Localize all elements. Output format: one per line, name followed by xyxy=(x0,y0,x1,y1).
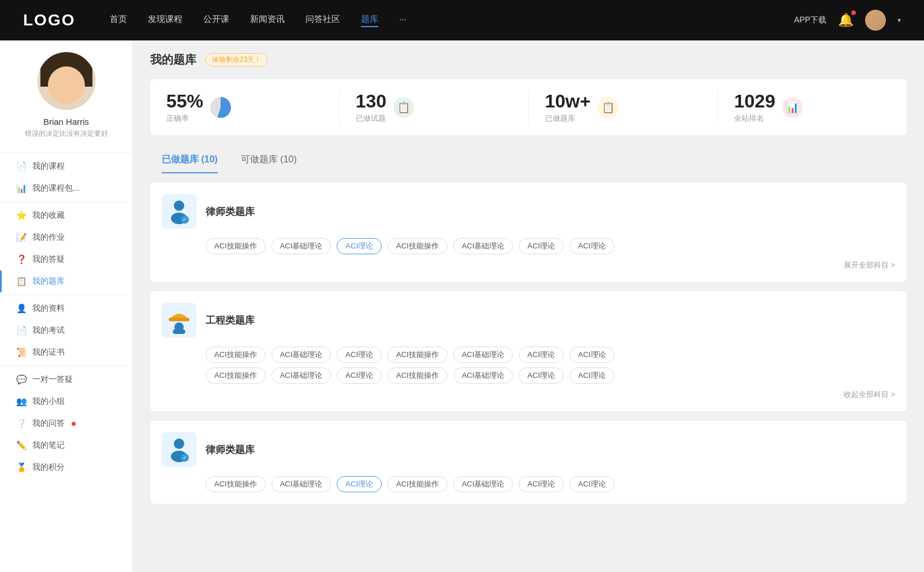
tag-l2-t2[interactable]: ACI基础理论 xyxy=(271,476,331,492)
sidebar-item-my-qa[interactable]: ❓ 我的答疑 xyxy=(0,248,132,270)
qbank-title-lawyer-2: 律师类题库 xyxy=(206,443,255,456)
cert-icon: 📜 xyxy=(16,347,27,358)
sidebar-item-group[interactable]: 👥 我的小组 xyxy=(0,391,132,413)
nav-link-more[interactable]: ··· xyxy=(399,14,407,27)
sidebar-item-notes[interactable]: ✏️ 我的笔记 xyxy=(0,434,132,456)
tab-done-banks[interactable]: 已做题库 (10) xyxy=(150,149,229,173)
tag-l1-t1[interactable]: ACI技能操作 xyxy=(206,238,266,254)
sidebar-item-exam[interactable]: 📄 我的考试 xyxy=(0,320,132,341)
tag-e2-t6[interactable]: ACI理论 xyxy=(519,367,564,384)
tag-e2-t4[interactable]: ACI技能操作 xyxy=(388,367,448,384)
pie-chart xyxy=(210,97,231,118)
tag-l1-t4[interactable]: ACI技能操作 xyxy=(388,238,448,254)
nav-link-qbank[interactable]: 题库 xyxy=(361,14,378,27)
sidebar-item-1on1[interactable]: 💬 一对一答疑 xyxy=(0,369,132,391)
tag-e1-t2[interactable]: ACI基础理论 xyxy=(271,347,331,363)
sidebar-item-label-my-course: 我的课程 xyxy=(32,161,65,172)
svg-text:✓: ✓ xyxy=(182,217,187,222)
tag-e2-t1[interactable]: ACI技能操作 xyxy=(206,367,266,384)
nav-link-open[interactable]: 公开课 xyxy=(203,14,229,27)
tag-e2-t2[interactable]: ACI基础理论 xyxy=(271,367,331,384)
stat-done-questions-icon: 📋 xyxy=(393,97,414,118)
collapse-link-engineer[interactable]: 收起全部科目 > xyxy=(206,389,895,400)
tab-todo-banks[interactable]: 可做题库 (10) xyxy=(229,149,308,173)
nav-link-home[interactable]: 首页 xyxy=(110,14,127,27)
svg-point-6 xyxy=(173,328,185,334)
trial-badge: 体验剩余23天！ xyxy=(206,53,267,66)
stat-accuracy-icon xyxy=(210,97,231,118)
sidebar: Brian Harris 错误的决定比没有决定要好 📄 我的课程 📊 我的课程包… xyxy=(0,40,133,572)
sidebar-item-course-pkg[interactable]: 📊 我的课程包... xyxy=(0,177,132,199)
sidebar-item-qbank[interactable]: 📋 我的题库 xyxy=(0,270,132,292)
stat-done-banks-value: 10w+ xyxy=(545,91,591,112)
tag-l1-t5[interactable]: ACI基础理论 xyxy=(453,238,513,254)
stat-done-banks-values: 10w+ 已做题库 xyxy=(545,91,591,124)
sidebar-item-label-my-qa: 我的答疑 xyxy=(32,254,65,265)
sidebar-item-homework[interactable]: 📝 我的作业 xyxy=(0,226,132,248)
tag-e1-t5[interactable]: ACI基础理论 xyxy=(453,347,513,363)
stat-rank-values: 1029 全站排名 xyxy=(734,91,775,124)
stat-rank: 1029 全站排名 📊 xyxy=(718,91,907,124)
tag-l2-t3[interactable]: ACI理论 xyxy=(337,476,382,492)
avatar-face xyxy=(48,66,85,104)
page-body: Brian Harris 错误的决定比没有决定要好 📄 我的课程 📊 我的课程包… xyxy=(0,40,924,572)
sidebar-item-label-questions: 我的问答 xyxy=(32,418,65,429)
tag-l1-t3[interactable]: ACI理论 xyxy=(337,238,382,254)
stat-done-questions-value: 130 xyxy=(356,91,386,112)
nav-app-download[interactable]: APP下载 xyxy=(794,15,826,25)
user-dropdown-icon[interactable]: ▾ xyxy=(897,16,901,24)
tag-l2-t5[interactable]: ACI基础理论 xyxy=(453,476,513,492)
tag-l2-t7[interactable]: ACI理论 xyxy=(569,476,614,492)
tag-l1-t6[interactable]: ACI理论 xyxy=(519,238,564,254)
sidebar-item-label-group: 我的小组 xyxy=(32,396,65,407)
questions-dot xyxy=(72,422,76,426)
tag-l1-t2[interactable]: ACI基础理论 xyxy=(271,238,331,254)
logo[interactable]: LOGO xyxy=(23,11,75,29)
expand-link-lawyer-1[interactable]: 展开全部科目 > xyxy=(206,260,895,270)
tag-e2-t5[interactable]: ACI基础理论 xyxy=(453,367,513,384)
tag-e1-t4[interactable]: ACI技能操作 xyxy=(388,347,448,363)
tag-e2-t7[interactable]: ACI理论 xyxy=(569,367,614,384)
user-avatar[interactable] xyxy=(865,10,886,31)
sidebar-item-questions[interactable]: ❔ 我的问答 xyxy=(0,413,132,434)
nav-link-discover[interactable]: 发现课程 xyxy=(148,14,182,27)
sidebar-item-cert[interactable]: 📜 我的证书 xyxy=(0,341,132,363)
avatar-image xyxy=(865,10,886,31)
qbank-card-header-lawyer-2: ✓ 律师类题库 xyxy=(162,432,895,467)
tag-l1-t7[interactable]: ACI理论 xyxy=(569,238,614,254)
sidebar-item-my-profile[interactable]: 👤 我的资料 xyxy=(0,298,132,320)
lawyer2-svg-icon: ✓ xyxy=(165,436,193,463)
sidebar-item-points[interactable]: 🏅 我的积分 xyxy=(0,456,132,478)
tags-section-engineer: ACI技能操作 ACI基础理论 ACI理论 ACI技能操作 ACI基础理论 AC… xyxy=(162,347,895,400)
sidebar-item-my-course[interactable]: 📄 我的课程 xyxy=(0,155,132,177)
nav-link-qa[interactable]: 问答社区 xyxy=(305,14,340,27)
tags-row-engineer-2: ACI技能操作 ACI基础理论 ACI理论 ACI技能操作 ACI基础理论 AC… xyxy=(206,367,895,384)
stat-done-banks-label: 已做题库 xyxy=(545,113,591,124)
tag-l2-t6[interactable]: ACI理论 xyxy=(519,476,564,492)
sidebar-divider-top xyxy=(0,153,132,153)
tag-e1-t6[interactable]: ACI理论 xyxy=(519,347,564,363)
nav-link-news[interactable]: 新闻资讯 xyxy=(250,14,285,27)
lawyer-svg-icon: ✓ xyxy=(165,198,193,225)
bell-icon: 🔔 xyxy=(838,13,854,27)
tag-e1-t3[interactable]: ACI理论 xyxy=(337,347,382,363)
tag-e1-t7[interactable]: ACI理论 xyxy=(569,347,614,363)
stat-rank-value: 1029 xyxy=(734,91,775,112)
my-profile-icon: 👤 xyxy=(16,303,27,314)
sidebar-motto: 错误的决定比没有决定要好 xyxy=(16,129,117,139)
qbank-card-header-lawyer-1: ✓ 律师类题库 xyxy=(162,194,895,229)
tag-l2-t4[interactable]: ACI技能操作 xyxy=(388,476,448,492)
nav-bell-button[interactable]: 🔔 xyxy=(838,13,854,28)
engineer-svg-icon xyxy=(165,306,193,334)
stat-accuracy-value: 55% xyxy=(166,91,203,112)
qbank-card-lawyer-1: ✓ 律师类题库 ACI技能操作 ACI基础理论 ACI理论 ACI技能操作 AC… xyxy=(150,183,907,282)
tag-l2-t1[interactable]: ACI技能操作 xyxy=(206,476,266,492)
1on1-icon: 💬 xyxy=(16,374,27,385)
tag-e2-t3[interactable]: ACI理论 xyxy=(337,367,382,384)
tag-e1-t1[interactable]: ACI技能操作 xyxy=(206,347,266,363)
sidebar-item-favorites[interactable]: ⭐ 我的收藏 xyxy=(0,205,132,226)
stats-row: 55% 正确率 130 已做试题 📋 10w+ 已做题库 📋 xyxy=(150,79,907,135)
stat-done-questions-label: 已做试题 xyxy=(356,113,386,124)
navbar: LOGO 首页 发现课程 公开课 新闻资讯 问答社区 题库 ··· APP下载 … xyxy=(0,0,924,40)
course-pkg-icon: 📊 xyxy=(16,183,27,194)
